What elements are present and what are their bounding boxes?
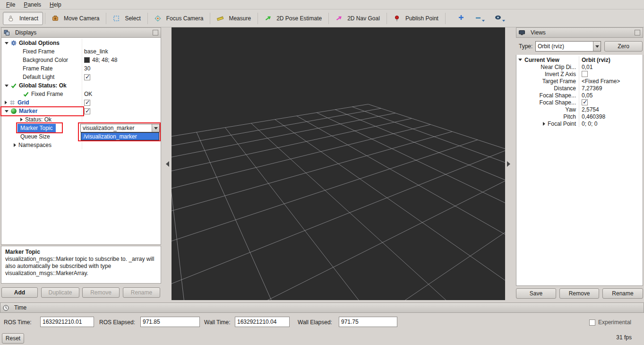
reset-button-label: Reset bbox=[6, 335, 20, 342]
row-namespaces[interactable]: Namespaces bbox=[1, 141, 161, 149]
move-camera-tool-button[interactable]: Move Camera bbox=[47, 12, 104, 25]
grid-enabled-checkbox[interactable] bbox=[84, 100, 90, 106]
row-pitch[interactable]: Pitch 0,460398 bbox=[516, 113, 643, 120]
wall-elapsed-label: Wall Elapsed: bbox=[298, 319, 332, 326]
invert-z-checkbox[interactable] bbox=[582, 71, 588, 77]
row-marker-status[interactable]: Status: Ok bbox=[1, 115, 161, 124]
pose-estimate-tool-button[interactable]: 2D Pose Estimate bbox=[260, 12, 326, 25]
views-panel: Views Type: Orbit (rviz) Zero Current Vi… bbox=[516, 27, 643, 300]
row-focal-shape-size[interactable]: Focal Shape... 0,05 bbox=[516, 92, 643, 99]
combobox-dropdown-button[interactable] bbox=[593, 42, 601, 51]
select-tool-button[interactable]: Select bbox=[108, 12, 145, 25]
menu-file[interactable]: File bbox=[2, 0, 19, 9]
wall-time-input[interactable] bbox=[235, 317, 290, 327]
move-camera-icon bbox=[52, 15, 59, 22]
combobox-dropdown-button[interactable] bbox=[152, 124, 159, 132]
row-value[interactable]: base_link bbox=[82, 47, 161, 56]
grid-icon bbox=[9, 100, 15, 105]
panel-float-button[interactable] bbox=[153, 30, 158, 35]
row-label: Background Color bbox=[23, 57, 68, 63]
rename-button-label: Rename bbox=[131, 289, 152, 296]
row-focal-shape-fixed[interactable]: Focal Shape... bbox=[516, 99, 643, 106]
publish-point-tool-button[interactable]: Publish Point bbox=[389, 12, 443, 25]
row-global-status[interactable]: Global Status: Ok bbox=[1, 81, 161, 90]
tool-properties-button[interactable] bbox=[491, 13, 508, 23]
row-value bbox=[82, 141, 161, 149]
menu-help[interactable]: Help bbox=[45, 0, 66, 9]
render-viewport[interactable] bbox=[172, 27, 505, 300]
row-near-clip[interactable]: Near Clip Di... 0,01 bbox=[516, 63, 643, 70]
duplicate-display-button[interactable]: Duplicate bbox=[41, 287, 79, 298]
nav-goal-tool-button[interactable]: 2D Nav Goal bbox=[331, 12, 385, 25]
row-yaw[interactable]: Yaw 2,5754 bbox=[516, 106, 643, 113]
displays-panel-titlebar[interactable]: Displays bbox=[1, 27, 161, 38]
zero-button[interactable]: Zero bbox=[604, 41, 643, 52]
toolbar: Interact Move Camera Select Focus Camera bbox=[0, 9, 644, 27]
reset-button[interactable]: Reset bbox=[2, 333, 24, 344]
marker-topic-combobox[interactable]: visualization_marker bbox=[80, 124, 160, 132]
view-type-label: Type: bbox=[519, 43, 532, 50]
remove-view-button[interactable]: Remove bbox=[559, 288, 599, 299]
rename-view-button[interactable]: Rename bbox=[602, 288, 643, 299]
row-value: 2,5754 bbox=[582, 106, 599, 113]
views-panel-titlebar[interactable]: Views bbox=[516, 27, 643, 38]
marker-topic-dropdown-item[interactable]: /visualization_marker bbox=[81, 132, 159, 140]
row-value[interactable]: 48; 48; 48 bbox=[82, 56, 161, 64]
row-background-color[interactable]: Background Color 48; 48; 48 bbox=[1, 56, 161, 64]
remove-tool-button[interactable] bbox=[472, 13, 488, 23]
focal-shape-checkbox[interactable] bbox=[582, 99, 588, 105]
row-value bbox=[82, 98, 161, 107]
experimental-checkbox[interactable] bbox=[589, 319, 595, 326]
expander-right-icon[interactable] bbox=[20, 118, 23, 121]
row-target-frame[interactable]: Target Frame <Fixed Frame> bbox=[516, 78, 643, 85]
panel-float-button[interactable] bbox=[635, 30, 640, 35]
expander-down-icon[interactable] bbox=[5, 110, 9, 112]
expander-right-icon[interactable] bbox=[14, 143, 16, 147]
property-help-box: Marker Topic visualization_msgs::Marker … bbox=[1, 246, 161, 284]
expander-right-icon[interactable] bbox=[5, 101, 7, 104]
focus-camera-tool-button[interactable]: Focus Camera bbox=[150, 12, 208, 25]
expander-right-icon[interactable] bbox=[543, 122, 545, 126]
time-panel-titlebar[interactable]: Time bbox=[0, 302, 644, 313]
expander-down-icon[interactable] bbox=[518, 59, 522, 61]
row-frame-rate[interactable]: Frame Rate 30 bbox=[1, 64, 161, 73]
row-invert-z[interactable]: Invert Z Axis bbox=[516, 70, 643, 78]
view-type-value: Orbit (rviz) bbox=[538, 43, 564, 50]
row-label: Current View bbox=[524, 57, 559, 63]
collapse-right-panel-handle[interactable] bbox=[507, 161, 510, 167]
toolbar-separator bbox=[45, 13, 45, 24]
measure-label: Measure bbox=[229, 15, 251, 22]
displays-panel: Displays Global Options Fixed Frame base… bbox=[1, 27, 161, 300]
selection-box-icon bbox=[113, 15, 120, 22]
marker-enabled-checkbox[interactable] bbox=[84, 108, 90, 114]
row-focal-point[interactable]: Focal Point 0; 0; 0 bbox=[516, 120, 643, 127]
row-grid-display[interactable]: Grid bbox=[1, 98, 161, 107]
add-tool-button[interactable] bbox=[455, 13, 467, 23]
row-marker-display[interactable]: Marker bbox=[1, 107, 161, 115]
row-fixed-frame[interactable]: Fixed Frame base_link bbox=[1, 47, 161, 56]
measure-tool-button[interactable]: Measure bbox=[212, 12, 256, 25]
ros-time-input[interactable] bbox=[40, 317, 94, 327]
save-view-button[interactable]: Save bbox=[516, 288, 556, 299]
default-light-checkbox[interactable] bbox=[84, 74, 90, 80]
row-value: OK bbox=[82, 90, 161, 98]
ros-elapsed-input[interactable] bbox=[140, 317, 200, 327]
row-global-options[interactable]: Global Options bbox=[1, 39, 161, 47]
row-label: Global Status: Ok bbox=[19, 82, 67, 89]
wall-elapsed-input[interactable] bbox=[339, 317, 397, 327]
row-distance[interactable]: Distance 7,27369 bbox=[516, 85, 643, 92]
row-default-light[interactable]: Default Light bbox=[1, 73, 161, 81]
view-type-combobox[interactable]: Orbit (rviz) bbox=[535, 41, 601, 52]
row-current-view[interactable]: Current View Orbit (rviz) bbox=[516, 56, 643, 63]
expander-down-icon[interactable] bbox=[5, 42, 9, 44]
rename-display-button[interactable]: Rename bbox=[123, 287, 160, 298]
menu-panels[interactable]: Panels bbox=[19, 0, 45, 9]
zero-button-label: Zero bbox=[618, 43, 629, 50]
collapse-left-panel-handle[interactable] bbox=[166, 161, 169, 167]
remove-display-button[interactable]: Remove bbox=[82, 287, 120, 298]
row-status-fixed-frame[interactable]: Fixed Frame OK bbox=[1, 90, 161, 98]
row-value[interactable]: 30 bbox=[82, 64, 161, 73]
expander-down-icon[interactable] bbox=[5, 85, 9, 87]
interact-tool-button[interactable]: Interact bbox=[3, 12, 43, 25]
add-display-button[interactable]: Add bbox=[1, 287, 38, 298]
